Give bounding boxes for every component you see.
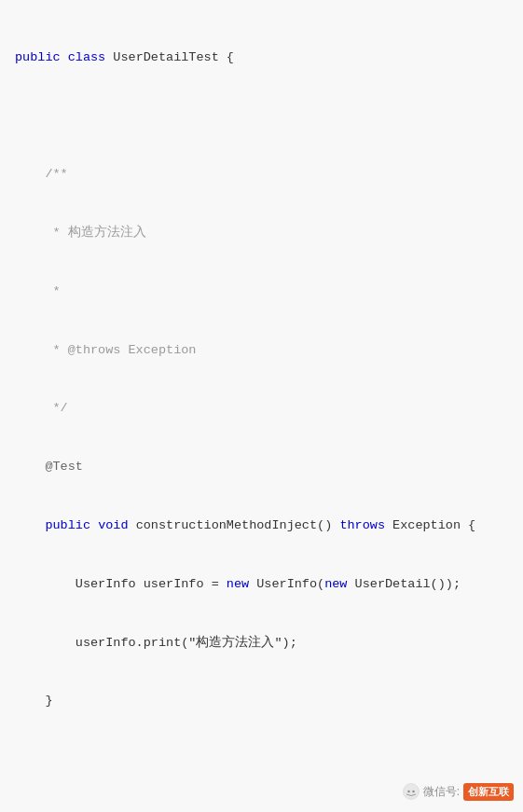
code-line-10: UserInfo userInfo = new UserInfo(new Use… (15, 575, 508, 595)
code-line-1: public class UserDetailTest { (15, 48, 508, 68)
code-block: public class UserDetailTest { /** * 构造方法… (0, 0, 523, 812)
watermark-wechat-label: 微信号: (423, 783, 460, 801)
code-line-2 (15, 107, 508, 127)
code-line-7: */ (15, 399, 508, 419)
code-line-4: * 构造方法注入 (15, 224, 508, 243)
watermark: 微信号: 创新互联 (403, 783, 514, 801)
svg-point-1 (407, 791, 409, 792)
code-line-11: userInfo.print("构造方法注入"); (15, 634, 508, 654)
watermark-wechat-icon (403, 783, 420, 800)
svg-point-0 (403, 784, 419, 800)
code-line-12: } (15, 692, 508, 711)
code-line-13 (15, 750, 508, 770)
watermark-brand-label: 创新互联 (463, 783, 514, 801)
code-line-5: * (15, 282, 508, 302)
code-line-3: /** (15, 165, 508, 185)
wechat-svg-icon (403, 783, 420, 800)
svg-point-2 (412, 791, 414, 792)
code-line-6: * @throws Exception (15, 341, 508, 361)
code-line-8: @Test (15, 458, 508, 477)
code-line-9: public void constructionMethodInject() t… (15, 516, 508, 536)
